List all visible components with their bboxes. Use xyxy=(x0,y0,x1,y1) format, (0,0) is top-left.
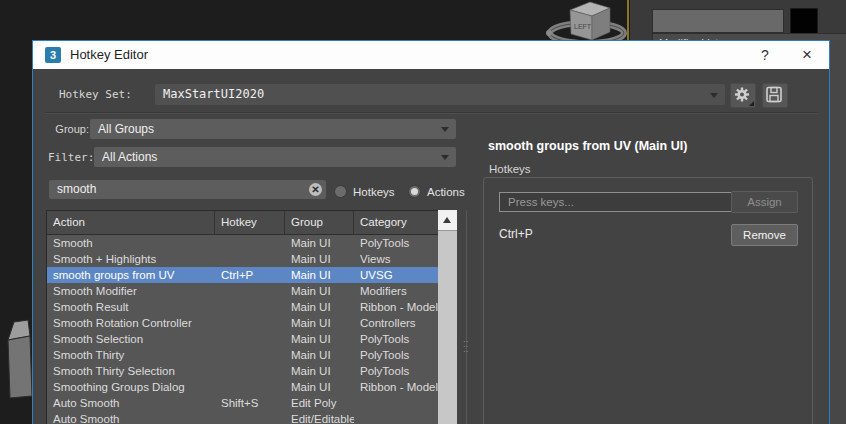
cell-hotkey xyxy=(215,379,285,395)
hotkeys-groupbox-label: Hotkeys xyxy=(489,163,531,175)
command-panel-side-strip xyxy=(830,40,846,424)
filter-dropdown[interactable]: All Actions xyxy=(94,147,456,167)
cell-action: Smooth Rotation Controller xyxy=(47,315,215,331)
cell-category: PolyTools xyxy=(354,347,439,363)
radio-label: Hotkeys xyxy=(353,186,395,198)
column-header-hotkey[interactable]: Hotkey xyxy=(215,211,285,234)
cell-group: Main UI xyxy=(285,347,354,363)
screen: LEFT Modifier List 3 Hotkey Editor ? × H… xyxy=(0,0,846,424)
modifier-list-dropdown[interactable]: Modifier List xyxy=(652,33,846,40)
object-name-field[interactable] xyxy=(652,9,784,33)
cell-group: Main UI xyxy=(285,363,354,379)
cell-action: Smooth Result xyxy=(47,299,215,315)
table-row[interactable]: Auto Smooth Edit/Editable... xyxy=(47,411,439,424)
table-row[interactable]: Auto Smooth Shift+S Edit Poly xyxy=(47,395,439,411)
group-label: Group: xyxy=(53,123,89,135)
filter-value: All Actions xyxy=(102,150,157,164)
table-scrollbar[interactable] xyxy=(438,210,457,424)
clear-search-icon[interactable]: ✕ xyxy=(309,183,322,196)
chevron-down-icon xyxy=(441,155,449,160)
save-icon xyxy=(763,84,785,105)
cell-hotkey xyxy=(215,235,285,251)
search-input[interactable]: smooth ✕ xyxy=(49,180,326,199)
cell-hotkey: Shift+S xyxy=(215,395,285,411)
compass-west-marker xyxy=(546,30,552,36)
cell-group: Main UI xyxy=(285,299,354,315)
column-header-group[interactable]: Group xyxy=(285,211,354,234)
close-button[interactable]: × xyxy=(785,41,829,69)
hotkey-set-combobox[interactable]: MaxStartUI2020 xyxy=(155,84,725,105)
hotkeys-groupbox xyxy=(483,177,813,424)
radio-label: Actions xyxy=(427,186,465,198)
viewport-chamfer-box xyxy=(0,300,34,424)
cell-action: Smooth Selection xyxy=(47,331,215,347)
arrow-up-icon xyxy=(443,217,451,223)
radio-option[interactable]: Actions xyxy=(408,182,465,200)
cell-category xyxy=(354,411,439,424)
cell-group: Main UI xyxy=(285,283,354,299)
cell-action: Smooth Thirty Selection xyxy=(47,363,215,379)
remove-button[interactable]: Remove xyxy=(731,224,798,246)
cell-group: Main UI xyxy=(285,235,354,251)
section-divider xyxy=(45,112,817,114)
table-row[interactable]: Smooth Modifier Main UI Modifiers xyxy=(47,283,439,299)
table-row[interactable]: Smooth Thirty Main UI PolyTools xyxy=(47,347,439,363)
cell-category: Ribbon - Modeling xyxy=(354,299,439,315)
scroll-up-button[interactable] xyxy=(438,210,457,231)
cell-group: Main UI xyxy=(285,331,354,347)
column-header-action[interactable]: Action xyxy=(47,211,215,234)
cell-hotkey xyxy=(215,315,285,331)
cell-group: Main UI xyxy=(285,251,354,267)
cell-category: PolyTools xyxy=(354,363,439,379)
assign-button[interactable]: Assign xyxy=(731,191,798,213)
save-hotkey-set-button[interactable] xyxy=(762,83,788,108)
chevron-down-icon xyxy=(710,93,718,98)
chevron-down-icon xyxy=(441,127,449,132)
column-header-category[interactable]: Category xyxy=(354,211,439,234)
cell-action: Smoothing Groups Dialog xyxy=(47,379,215,395)
cell-group: Edit Poly xyxy=(285,395,354,411)
cell-action: Smooth + Highlights xyxy=(47,251,215,267)
table-row[interactable]: Smoothing Groups Dialog Main UI Ribbon -… xyxy=(47,379,439,395)
panel-splitter[interactable] xyxy=(466,210,467,424)
cell-group: Edit/Editable... xyxy=(285,411,354,424)
cell-hotkey xyxy=(215,363,285,379)
group-dropdown[interactable]: All Groups xyxy=(90,119,456,139)
action-table-header: Action Hotkey Group Category xyxy=(47,211,439,235)
hotkey-set-options-button[interactable] xyxy=(730,83,756,108)
viewcube-face-label: LEFT xyxy=(574,23,592,30)
dialog-titlebar[interactable]: 3 Hotkey Editor ? × xyxy=(33,41,829,69)
splitter-grip-icon[interactable]: ······ xyxy=(463,339,468,359)
flyout-corner-icon xyxy=(749,101,754,106)
cell-category: Controllers xyxy=(354,315,439,331)
table-row[interactable]: Smooth Result Main UI Ribbon - Modeling xyxy=(47,299,439,315)
cell-action: Smooth Modifier xyxy=(47,283,215,299)
cell-category: PolyTools xyxy=(354,235,439,251)
help-button[interactable]: ? xyxy=(745,41,785,69)
cell-hotkey xyxy=(215,347,285,363)
table-row[interactable]: smooth groups from UV Ctrl+P Main UI UVS… xyxy=(47,267,439,283)
table-row[interactable]: Smooth Rotation Controller Main UI Contr… xyxy=(47,315,439,331)
cell-category: Ribbon - Modeling xyxy=(354,379,439,395)
action-table: Action Hotkey Group Category Smooth Main… xyxy=(46,210,439,424)
action-table-body: Smooth Main UI PolyTools Smooth + Highli… xyxy=(47,235,439,424)
cell-category: Modifiers xyxy=(354,283,439,299)
object-color-swatch[interactable] xyxy=(790,8,818,35)
table-row[interactable]: Smooth + Highlights Main UI Views xyxy=(47,251,439,267)
cell-category: PolyTools xyxy=(354,331,439,347)
cell-action: Smooth xyxy=(47,235,215,251)
dialog-body: Hotkey Set: MaxStartUI2020 xyxy=(33,69,829,424)
table-row[interactable]: Smooth Thirty Selection Main UI PolyTool… xyxy=(47,363,439,379)
press-keys-input[interactable]: Press keys... xyxy=(499,192,733,212)
active-viewport-border xyxy=(627,0,629,40)
cell-hotkey xyxy=(215,299,285,315)
radio-option[interactable]: Hotkeys xyxy=(334,182,395,200)
cell-group: Main UI xyxy=(285,315,354,331)
cell-action: smooth groups from UV xyxy=(47,267,215,283)
table-row[interactable]: Smooth Main UI PolyTools xyxy=(47,235,439,251)
viewcube[interactable]: LEFT xyxy=(538,0,634,40)
filter-label: Filter: xyxy=(48,151,94,164)
table-row[interactable]: Smooth Selection Main UI PolyTools xyxy=(47,331,439,347)
command-panel: Modifier List xyxy=(630,0,846,40)
cell-hotkey xyxy=(215,283,285,299)
